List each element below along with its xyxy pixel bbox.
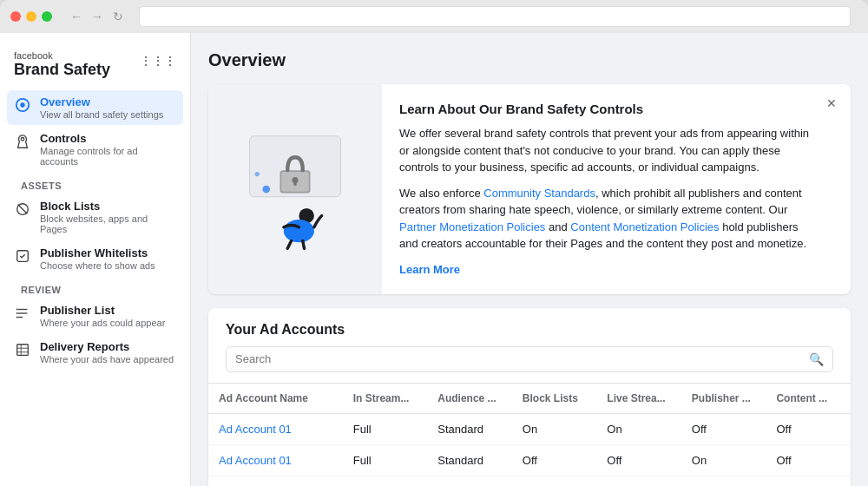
col-header-live-stream: Live Strea... <box>596 384 681 414</box>
sidebar-header: facebook Brand Safety ⋮⋮⋮ <box>0 43 190 90</box>
brand-safety-title: Brand Safety <box>14 61 110 80</box>
accounts-card-header: Your Ad Accounts 🔍 <box>208 308 851 384</box>
svg-point-1 <box>20 102 24 107</box>
sidebar-item-publisher-whitelists[interactable]: Publisher Whitelists Choose where to sho… <box>7 241 183 276</box>
live-stream-cell: On <box>596 476 681 486</box>
publisher-cell: Off <box>681 413 766 444</box>
in-stream-cell: Full <box>343 476 428 486</box>
sidebar-item-delivery-reports[interactable]: Delivery Reports Where your ads have app… <box>7 335 183 370</box>
search-bar: 🔍 <box>226 346 833 372</box>
accounts-table: Ad Account Name In Stream... Audience ..… <box>208 384 851 487</box>
table-row: Ad Account 01 Full Standard On On Off Of… <box>208 413 851 444</box>
publisher-whitelists-sublabel: Choose where to show ads <box>40 260 176 271</box>
sidebar-nav: Overview View all brand safety settings … <box>0 90 190 370</box>
svg-point-9 <box>16 308 18 310</box>
svg-point-24 <box>284 220 314 242</box>
minimize-window-button[interactable] <box>26 11 36 22</box>
refresh-button[interactable]: ↻ <box>111 10 125 23</box>
col-header-audience: Audience ... <box>427 384 512 414</box>
community-standards-link[interactable]: Community Standards <box>483 187 595 200</box>
table-row: Ad Account 01 Full Standard Off Off On O… <box>208 444 851 476</box>
col-header-block-lists: Block Lists <box>512 384 597 414</box>
block-lists-sublabel: Block websites, apps and Pages <box>40 213 176 234</box>
info-card-close-button[interactable]: ✕ <box>823 95 840 112</box>
accounts-table-header-row: Ad Account Name In Stream... Audience ..… <box>208 384 851 414</box>
delivery-reports-text: Delivery Reports Where your ads have app… <box>40 340 176 364</box>
svg-line-4 <box>18 204 28 213</box>
search-icon: 🔍 <box>809 352 824 366</box>
main-content: Overview <box>191 33 868 486</box>
accounts-card-title: Your Ad Accounts <box>226 322 833 338</box>
address-bar[interactable] <box>139 6 851 27</box>
svg-point-11 <box>16 316 18 318</box>
grid-icon[interactable]: ⋮⋮⋮ <box>140 54 176 68</box>
info-card-paragraph2: We also enforce Community Standards, whi… <box>399 185 816 253</box>
learn-more-link[interactable]: Learn More <box>399 263 460 276</box>
facebook-wordmark: facebook <box>14 50 110 61</box>
svg-point-21 <box>262 185 270 193</box>
live-stream-cell: Off <box>596 444 681 476</box>
overview-sublabel: View all brand safety settings <box>40 109 176 120</box>
col-header-name: Ad Account Name <box>208 384 343 414</box>
partner-monetization-link[interactable]: Partner Monetization Policies <box>399 220 545 233</box>
info-card-content: Learn About Our Brand Safety Controls We… <box>382 84 851 294</box>
controls-label: Controls <box>40 132 176 145</box>
publisher-list-label: Publisher List <box>40 304 176 317</box>
col-header-in-stream: In Stream... <box>343 384 428 414</box>
svg-point-22 <box>255 172 260 176</box>
delivery-reports-sublabel: Where your ads have appeared <box>40 354 176 364</box>
content-cell: Off <box>766 444 851 476</box>
controls-sublabel: Manage controls for ad accounts <box>40 146 176 167</box>
back-button[interactable]: ← <box>69 10 83 23</box>
sidebar-item-publisher-list[interactable]: Publisher List Where your ads could appe… <box>7 299 183 333</box>
audience-cell: Standard <box>427 413 512 444</box>
sidebar: facebook Brand Safety ⋮⋮⋮ <box>0 33 191 486</box>
table-row: Ad Account 01 Full Standard Off On On Of… <box>208 476 851 486</box>
block-lists-cell: On <box>512 413 597 444</box>
svg-point-2 <box>21 137 24 141</box>
close-window-button[interactable] <box>10 11 21 22</box>
traffic-lights <box>10 11 52 22</box>
page-title: Overview <box>208 50 851 70</box>
delivery-reports-icon <box>14 341 31 358</box>
svg-rect-12 <box>17 344 29 355</box>
controls-icon <box>14 133 31 150</box>
fullscreen-window-button[interactable] <box>42 11 52 22</box>
in-stream-cell: Full <box>343 413 428 444</box>
publisher-cell: On <box>681 476 766 486</box>
content-cell: Off <box>766 476 851 486</box>
publisher-list-sublabel: Where your ads could appear <box>40 318 176 328</box>
block-lists-cell: Off <box>512 444 597 476</box>
browser-body: facebook Brand Safety ⋮⋮⋮ <box>0 33 868 486</box>
browser-nav: ← → ↻ <box>69 10 125 23</box>
publisher-list-icon <box>14 305 31 322</box>
block-lists-cell: Off <box>512 476 597 486</box>
block-lists-text: Block Lists Block websites, apps and Pag… <box>40 200 176 234</box>
publisher-cell: On <box>681 444 766 476</box>
sidebar-item-block-lists[interactable]: Block Lists Block websites, apps and Pag… <box>7 194 183 240</box>
audience-cell: Standard <box>427 444 512 476</box>
forward-button[interactable]: → <box>90 10 104 23</box>
block-lists-icon <box>14 200 31 218</box>
svg-rect-20 <box>293 180 297 185</box>
sidebar-item-overview[interactable]: Overview View all brand safety settings <box>7 90 183 125</box>
account-name-cell[interactable]: Ad Account 01 <box>208 413 343 444</box>
block-lists-label: Block Lists <box>40 200 176 213</box>
live-stream-cell: On <box>596 413 681 444</box>
brand-safety-illustration <box>208 84 382 294</box>
col-header-publisher: Publisher ... <box>681 384 766 414</box>
publisher-whitelists-text: Publisher Whitelists Choose where to sho… <box>40 246 176 271</box>
svg-point-10 <box>16 312 18 314</box>
content-monetization-link[interactable]: Content Monetization Policies <box>570 220 719 233</box>
publisher-whitelists-label: Publisher Whitelists <box>40 246 176 259</box>
publisher-whitelists-icon <box>14 247 31 265</box>
info-card: Learn About Our Brand Safety Controls We… <box>208 84 851 294</box>
account-name-cell[interactable]: Ad Account 01 <box>208 476 343 486</box>
sidebar-item-controls[interactable]: Controls Manage controls for ad accounts <box>7 127 183 172</box>
accounts-table-header: Ad Account Name In Stream... Audience ..… <box>208 384 851 414</box>
account-name-cell[interactable]: Ad Account 01 <box>208 444 343 476</box>
ad-accounts-card: Your Ad Accounts 🔍 Ad Account Name In St… <box>208 308 851 487</box>
search-input[interactable] <box>235 352 802 365</box>
audience-cell: Standard <box>427 476 512 486</box>
assets-section-label: Assets <box>7 174 183 194</box>
